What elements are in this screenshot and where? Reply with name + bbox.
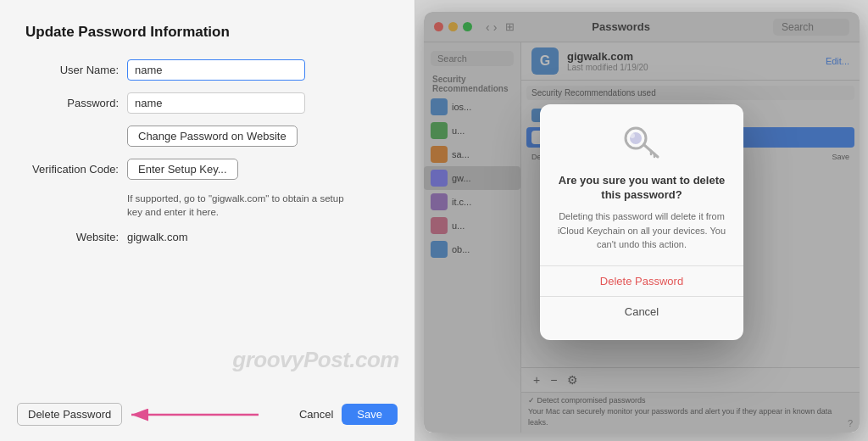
key-icon [620,121,663,164]
save-button[interactable]: Save [342,404,398,425]
bottom-bar: Delete Password Cancel Save [17,403,398,426]
modal-title: Are you sure you want to delete this pas… [557,174,726,203]
enter-setup-button[interactable]: Enter Setup Key... [127,159,238,180]
username-input[interactable] [127,59,305,81]
cancel-button[interactable]: Cancel [299,408,333,421]
arrow-svg [127,406,263,423]
verification-label: Verification Code: [25,163,127,176]
modal-body: Deleting this password will delete it fr… [557,209,726,252]
website-label: Website: [25,231,127,243]
svg-point-7 [630,133,635,138]
modal-cancel-button[interactable]: Cancel [557,297,726,327]
website-value: gigwalk.com [127,231,188,243]
password-row: Password: [25,92,389,114]
delete-modal: Are you sure you want to delete this pas… [540,104,743,339]
panel-title: Update Password Information [25,24,389,41]
modal-overlay: Are you sure you want to delete this pas… [424,12,860,433]
watermark: groovyPost.com [232,347,399,373]
delete-password-button[interactable]: Delete Password [17,403,122,426]
change-pw-row: Change Password on Website [25,126,389,147]
verification-note: If supported, go to "gigwalk.com" to obt… [127,192,389,219]
arrow-decoration [127,406,294,423]
website-row: Website: gigwalk.com [25,231,389,243]
username-label: User Name: [25,64,127,76]
left-panel: Update Password Information User Name: P… [0,0,415,441]
password-input[interactable] [127,92,305,114]
mac-window: ‹ › ⊞ Passwords Security Recommendations… [424,12,860,433]
modal-delete-button[interactable]: Delete Password [557,266,726,296]
verification-row: Verification Code: Enter Setup Key... [25,159,389,180]
password-label: Password: [25,97,127,109]
change-password-button[interactable]: Change Password on Website [127,126,298,147]
right-panel: ‹ › ⊞ Passwords Security Recommendations… [415,0,868,441]
username-row: User Name: [25,59,389,81]
